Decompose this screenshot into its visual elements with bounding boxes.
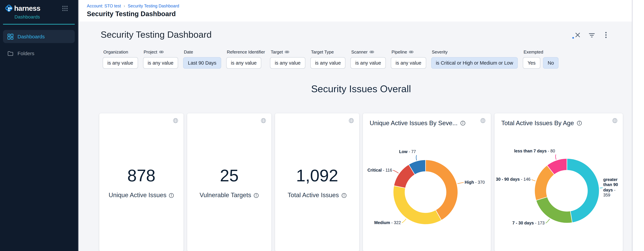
- topbar: Account: STO test › Security Testing Das…: [78, 0, 644, 21]
- metric-card-total-active-issues: 1,092 Total Active Issues: [275, 113, 359, 251]
- app: harness Dashboards DashboardsFolders Acc…: [0, 0, 644, 251]
- chart-card-issues-by-age: Total Active Issues By Age: [494, 113, 623, 251]
- product-name: Dashboards: [14, 14, 74, 19]
- filter-value-scanner-is-any-value[interactable]: is any value: [350, 57, 386, 69]
- filter-target-type: Target Typeis any value: [310, 49, 346, 69]
- notification-dot: [572, 37, 574, 38]
- info-icon[interactable]: [254, 193, 259, 198]
- more-options-button[interactable]: [602, 31, 610, 39]
- sidebar-item-label: Dashboards: [18, 34, 45, 39]
- filter-project: Projectis any value: [143, 49, 178, 69]
- sidebar-item-folders[interactable]: Folders: [3, 47, 75, 60]
- sidebar-item-label: Folders: [18, 50, 34, 56]
- info-icon[interactable]: [169, 193, 174, 198]
- brand-name: harness: [14, 4, 40, 12]
- dashboard-header: Security Testing Dashboard: [78, 21, 632, 40]
- filter-button[interactable]: [588, 31, 596, 39]
- donut-label-less-than-7-days: less than 7 days - 80: [514, 149, 555, 154]
- filter-label: Target: [271, 49, 283, 54]
- filter-value-exempted-yes[interactable]: Yes: [523, 57, 540, 69]
- breadcrumb-account-link[interactable]: Account: STO test: [87, 3, 121, 8]
- dashboard-title: Security Testing Dashboard: [101, 30, 212, 40]
- filter-value-reference-identifier-is-any-value[interactable]: is any value: [226, 57, 262, 69]
- filter-reference-identifier: Reference Identifieris any value: [226, 49, 265, 69]
- donut-slice-7-30-days[interactable]: [536, 197, 572, 223]
- globe-icon[interactable]: [173, 118, 178, 123]
- donut-label-connector: [532, 180, 536, 181]
- filter-value-target-type-is-any-value[interactable]: is any value: [310, 57, 346, 69]
- filter-target: Targetis any value: [270, 49, 305, 69]
- chevron-right-icon: ›: [124, 3, 125, 8]
- donut-chart-severity: [363, 113, 491, 251]
- filter-label: Date: [184, 49, 193, 54]
- filter-pipeline: Pipelineis any value: [391, 49, 426, 69]
- filter-value-date-last-90-days[interactable]: Last 90 Days: [183, 57, 221, 69]
- donut-label-greater-than-90-days: greater than 90 days - 359: [603, 177, 622, 198]
- info-icon[interactable]: [341, 193, 346, 198]
- donut-label-connector: [600, 188, 602, 188]
- filter-label: Exempted: [524, 49, 543, 54]
- metric-label: Total Active Issues: [288, 192, 339, 199]
- metric-card-unique-active-issues: 878 Unique Active Issues: [99, 113, 184, 251]
- metric-value: 878: [128, 166, 156, 185]
- dashboard-grid-icon: [8, 33, 14, 39]
- metric-label: Unique Active Issues: [108, 192, 166, 199]
- filter-value-organization-is-any-value[interactable]: is any value: [103, 57, 138, 69]
- breadcrumb-dashboard-link[interactable]: Security Testing Dashboard: [128, 3, 179, 8]
- dashboard-content: Security Testing Dashboard: [78, 21, 632, 251]
- harness-logo-icon: [4, 3, 14, 13]
- dashboard-actions: [574, 31, 610, 39]
- close-button[interactable]: [574, 31, 582, 39]
- sidebar-nav: DashboardsFolders: [3, 30, 75, 60]
- globe-icon[interactable]: [260, 118, 266, 123]
- filter-value-target-is-any-value[interactable]: is any value: [270, 57, 305, 69]
- filter-value-project-is-any-value[interactable]: is any value: [143, 57, 178, 69]
- section-title: Security Issues Overall: [99, 83, 623, 95]
- donut-slice-high[interactable]: [426, 160, 458, 220]
- donut-labels: greater than 90 days - 3597 - 30 days - …: [494, 113, 623, 251]
- donut-slice-medium[interactable]: [393, 186, 442, 225]
- info-icon[interactable]: [460, 120, 466, 126]
- filter-value-severity-is-critical-or-high-or-medium-or-low[interactable]: is Critical or High or Medium or Low: [431, 57, 518, 69]
- filter-value-pipeline-is-any-value[interactable]: is any value: [391, 57, 426, 69]
- donut-label-connector: [458, 182, 464, 184]
- filter-exempted: ExemptedYesNo: [523, 49, 558, 69]
- chart-card-issues-by-severity: Unique Active Issues By Seve...: [363, 113, 491, 251]
- donut-label-connector: [556, 154, 556, 160]
- donut-label-critical: Critical - 116: [368, 168, 392, 173]
- donut-label-connector: [402, 219, 406, 223]
- sidebar-item-dashboards[interactable]: Dashboards: [3, 30, 75, 43]
- sidebar: harness Dashboards DashboardsFolders: [0, 0, 78, 251]
- filter-organization: Organizationis any value: [103, 49, 138, 69]
- folder-icon: [8, 50, 14, 56]
- donut-labels: High - 370Medium - 322Critical - 116Low …: [363, 113, 491, 251]
- donut-label-30-90-days: 30 - 90 days - 146: [496, 177, 530, 182]
- link-icon: [409, 50, 414, 54]
- filter-label: Target Type: [311, 49, 334, 54]
- link-icon: [370, 50, 374, 54]
- chart-title: Unique Active Issues By Seve...: [370, 119, 458, 127]
- donut-label-7-30-days: 7 - 30 days - 173: [512, 221, 545, 226]
- filter-label: Scanner: [351, 49, 368, 54]
- filter-value-exempted-no[interactable]: No: [543, 57, 559, 69]
- filter-severity: Severityis Critical or High or Medium or…: [431, 49, 518, 69]
- module-grid-icon[interactable]: [62, 5, 68, 11]
- page-title: Security Testing Dashboard: [87, 10, 644, 18]
- donut-chart-age: [494, 113, 623, 251]
- filter-scanner: Scanneris any value: [350, 49, 386, 69]
- filter-bar: Organizationis any valueProjectis any va…: [103, 49, 632, 69]
- link-icon: [159, 50, 164, 54]
- donut-label-connector: [416, 155, 416, 160]
- filter-label: Project: [144, 49, 157, 54]
- donut-slice-greater-than-90-days[interactable]: [567, 159, 599, 223]
- metric-card-vulnerable-targets: 25 Vulnerable Targets: [187, 113, 271, 251]
- sidebar-header: harness Dashboards: [3, 0, 75, 24]
- globe-icon[interactable]: [348, 118, 354, 123]
- breadcrumb: Account: STO test › Security Testing Das…: [87, 3, 644, 8]
- info-icon[interactable]: [577, 120, 582, 126]
- donut-label-connector: [546, 219, 550, 223]
- metric-value: 1,092: [296, 166, 338, 185]
- scroll-gutter[interactable]: [632, 0, 644, 251]
- filter-label: Reference Identifier: [227, 49, 265, 54]
- metric-label: Vulnerable Targets: [200, 192, 251, 199]
